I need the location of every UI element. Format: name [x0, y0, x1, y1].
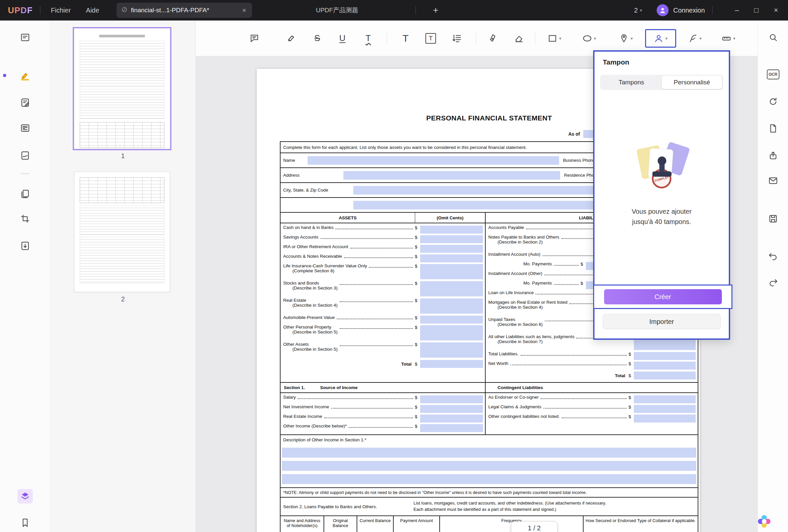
dotted-leader [344, 254, 413, 258]
active-tool-indicator [3, 74, 6, 77]
strikethrough-tool-button[interactable]: S [311, 31, 324, 46]
new-tab-button[interactable]: + [430, 5, 441, 16]
amount-field[interactable] [420, 264, 483, 279]
bookmark-button[interactable] [18, 515, 33, 530]
amount-field[interactable] [420, 281, 483, 296]
text-callout-tool-button[interactable] [450, 31, 464, 46]
crop-pages-button[interactable] [18, 212, 33, 226]
thumb-decoration [80, 41, 164, 87]
tab-close-icon[interactable]: × [241, 7, 248, 14]
chevron-down-icon[interactable]: ▾ [559, 36, 562, 41]
page-thumbnail-1[interactable] [74, 28, 170, 149]
tab-personnalise[interactable]: Personnalisé [662, 76, 722, 89]
description-field[interactable] [282, 461, 696, 471]
rectangle-shape-tool-button[interactable]: ▾ [544, 31, 565, 46]
import-stamp-button[interactable]: Importer [603, 314, 721, 329]
ocr-button[interactable]: OCR [766, 67, 781, 82]
avatar[interactable] [657, 4, 669, 16]
line-label: Total [615, 373, 625, 378]
amount-field[interactable] [420, 342, 483, 358]
organize-pages-button[interactable] [18, 186, 33, 201]
comments-panel-button[interactable] [18, 30, 33, 45]
name-field[interactable] [308, 156, 559, 165]
amount-field[interactable] [420, 245, 483, 253]
squiggly-underline-tool-button[interactable]: T [361, 31, 375, 46]
amount-field[interactable] [420, 225, 483, 234]
signature-tool-button[interactable]: ▾ [684, 31, 705, 46]
amount-field[interactable] [420, 405, 483, 413]
measure-tool-button[interactable]: ▾ [718, 31, 739, 46]
amount-field[interactable] [634, 352, 696, 360]
menu-aide[interactable]: Aide [83, 5, 102, 16]
dotted-leader [320, 235, 413, 239]
amount-field[interactable] [420, 415, 483, 422]
amount-field[interactable] [420, 298, 483, 314]
login-button[interactable]: Connexion [673, 7, 705, 14]
ai-assistant-icon[interactable] [757, 515, 771, 529]
amount-field[interactable] [420, 395, 483, 403]
description-field[interactable] [282, 448, 696, 457]
eraser-tool-button[interactable] [512, 31, 526, 46]
amount-field[interactable] [634, 395, 696, 403]
share-button[interactable] [766, 148, 781, 163]
amount-field[interactable] [420, 424, 483, 432]
redo-button[interactable] [766, 275, 781, 290]
menu-fichier[interactable]: Fichier [47, 5, 74, 16]
document-tab-active[interactable]: financial-st...1-PDFA-PDFA* × [116, 3, 252, 18]
thumb-decoration [99, 35, 145, 37]
pin-sticker-tool-button[interactable]: ▾ [615, 31, 636, 46]
highlight-tool-button[interactable] [284, 31, 298, 46]
asset-line: Stocks and Bonds (Describe in Section 3)… [280, 280, 485, 297]
amount-field[interactable] [634, 361, 696, 370]
document-tab-2[interactable]: UPDF产品测题 [266, 3, 408, 18]
page-indicator[interactable]: 1 / 2 [511, 521, 557, 532]
chevron-down-icon[interactable]: ▾ [665, 36, 668, 41]
chevron-down-icon[interactable]: ▾ [594, 36, 596, 41]
add-text-tool-button[interactable]: T [399, 31, 412, 46]
reader-mode-button[interactable] [18, 121, 33, 135]
stamp-tool-button-selected[interactable]: ▾ [645, 29, 676, 48]
strikethrough-glyph: S [314, 33, 320, 43]
thumbnail-wrap-2: 2 [74, 172, 172, 303]
convert-button[interactable] [766, 94, 781, 109]
save-button[interactable] [766, 212, 781, 226]
chevron-down-icon[interactable]: ▾ [700, 36, 702, 41]
tab-count-dropdown[interactable]: 2 ▾ [634, 7, 642, 14]
amount-field[interactable] [420, 360, 483, 368]
titlebar-left: UPDF Fichier Aide financial-st...1-PDFA-… [0, 0, 634, 20]
undo-button[interactable] [766, 249, 781, 264]
create-stamp-button[interactable]: Créer [604, 289, 722, 304]
extract-pages-button[interactable] [18, 239, 33, 253]
fill-sign-button[interactable] [18, 148, 33, 163]
ellipse-shape-tool-button[interactable]: ▾ [578, 31, 600, 46]
text-box-glyph: T [426, 33, 436, 44]
amount-field[interactable] [420, 254, 483, 262]
document-info-button[interactable] [766, 121, 781, 136]
amount-field[interactable] [634, 415, 696, 422]
amount-field[interactable] [420, 325, 483, 340]
chevron-down-icon[interactable]: ▾ [631, 36, 633, 41]
tab-tampons[interactable]: Tampons [601, 76, 662, 89]
layers-button[interactable] [18, 489, 33, 504]
address-field[interactable] [343, 171, 560, 180]
amount-field[interactable] [634, 405, 696, 413]
annotate-mode-button[interactable] [18, 68, 33, 83]
underline-tool-button[interactable]: U [336, 31, 349, 46]
search-button[interactable] [766, 30, 781, 45]
close-button[interactable]: × [774, 6, 778, 15]
minimize-button[interactable]: – [735, 6, 739, 15]
text-box-tool-button[interactable]: T [424, 31, 437, 46]
maximize-button[interactable]: □ [754, 6, 759, 15]
chevron-down-icon[interactable]: ▾ [733, 36, 735, 41]
description-field[interactable] [282, 474, 696, 484]
liability-line: Total Liabilities. $ [486, 351, 698, 361]
amount-field[interactable] [420, 316, 483, 323]
page-thumbnail-2[interactable] [74, 172, 170, 292]
comment-tool-button[interactable] [248, 31, 261, 46]
amount-field[interactable] [420, 235, 483, 243]
email-button[interactable] [766, 173, 781, 188]
edit-pdf-button[interactable] [18, 95, 33, 110]
updf-logo[interactable]: UPDF [8, 5, 33, 16]
pencil-tool-button[interactable] [486, 31, 499, 46]
amount-field[interactable] [634, 372, 696, 379]
